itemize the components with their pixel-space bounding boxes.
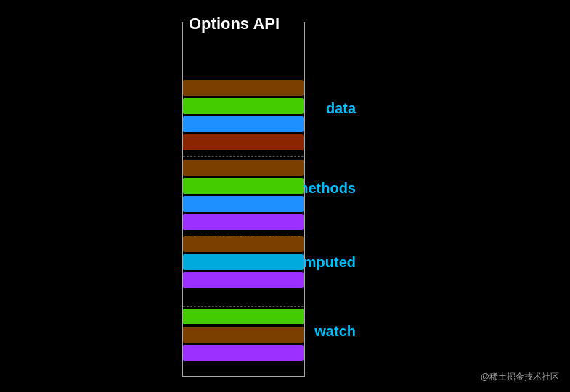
label-methods: methods — [296, 180, 356, 197]
bar — [183, 196, 304, 212]
bars-group-computed — [183, 236, 304, 288]
bar — [183, 80, 304, 96]
bar — [183, 254, 304, 270]
bar — [183, 272, 304, 288]
label-data: data — [326, 100, 356, 117]
bars-group-data — [183, 80, 304, 150]
bars-group-watch — [183, 309, 304, 361]
bar — [183, 98, 304, 114]
divider-3 — [183, 306, 304, 307]
diagram-container: Options API data methods computed watch — [58, 15, 508, 377]
bar — [183, 345, 304, 361]
bar — [183, 236, 304, 252]
divider-2 — [183, 234, 304, 234]
bar — [183, 327, 304, 343]
watermark: @稀土掘金技术社区 — [481, 371, 559, 383]
bar — [183, 116, 304, 132]
bar — [183, 160, 304, 176]
bar — [183, 214, 304, 230]
bar — [183, 134, 304, 150]
bar — [183, 309, 304, 324]
bars-group-methods — [183, 160, 304, 230]
bar — [183, 178, 304, 194]
label-watch: watch — [314, 323, 356, 340]
divider-1 — [183, 156, 304, 157]
